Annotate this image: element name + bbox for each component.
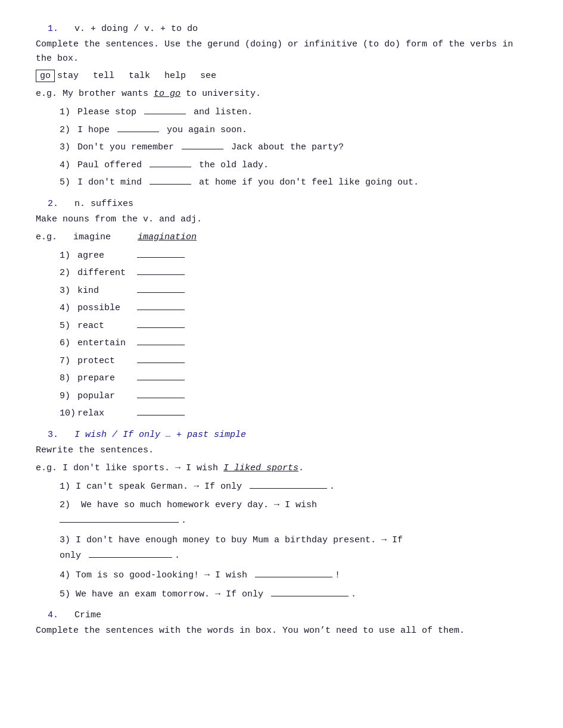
s2-item-2: 2) different [60,265,527,281]
blank-2-2[interactable] [137,274,185,275]
s2-item-1: 1) agree [60,248,527,264]
section-2-items: 1) agree 2) different 3) kind 4) possibl… [60,248,527,421]
s3-item-2: 2) We have so much homework every day. →… [60,498,527,528]
s2-item-8: 8) prepare [60,371,527,386]
section-1-example: e.g. My brother wants to go to universit… [36,87,527,101]
section-1-instruction: Complete the sentences. Use the gerund (… [36,38,527,66]
blank-3-1[interactable] [250,488,327,489]
s1-item-1: 1) Please stop and listen. [60,105,527,120]
verb-stay: stay [57,71,79,81]
section-4: 4. Crime Complete the sentences with the… [36,610,527,638]
section-1-title: v. + doing / v. + to do [74,24,198,34]
example-answer-2: imagination [138,232,197,242]
blank-2-1[interactable] [137,257,185,258]
blank-3-2a[interactable] [60,522,179,523]
blank-1-3[interactable] [182,149,223,149]
section-3-header: 3. I wish / If only … + past simple [48,430,527,440]
blank-3-3[interactable] [89,557,172,558]
s1-item-4: 4) Paul offered the old lady. [60,158,527,173]
s1-item-3: 3) Don't you remember Jack about the par… [60,140,527,155]
section-4-title: Crime [74,610,101,620]
blank-2-7[interactable] [137,363,185,363]
example-prefix-2: e.g. [36,232,57,242]
section-3-instruction: Rewrite the sentences. [36,443,527,458]
section-2-header: 2. n. suffixes [48,199,527,209]
example-prefix: e.g. [36,89,57,99]
blank-2-3[interactable] [137,292,185,293]
verb-box: go stay tell talk help see [36,70,527,82]
verb-tell: tell [93,71,114,81]
blank-2-6[interactable] [137,345,185,345]
verb-help: help [164,71,186,81]
blank-3-5[interactable] [271,596,349,596]
section-2-number: 2. [48,199,58,209]
section-2: 2. n. suffixes Make nouns from the v. an… [36,199,527,421]
s2-item-5: 5) react [60,318,527,334]
s2-item-6: 6) entertain [60,336,527,351]
example-answer-3: I liked sports [223,463,298,473]
s2-item-4: 4) possible [60,301,527,316]
section-2-instruction: Make nouns from the v. and adj. [36,213,527,227]
s2-item-10: 10) relax [60,406,527,421]
verb-list: stay tell talk help see [57,71,216,81]
blank-1-5[interactable] [150,184,191,185]
blank-2-4[interactable] [137,310,185,310]
s2-item-7: 7) protect [60,354,527,369]
section-1-items: 1) Please stop and listen. 2) I hope you… [60,105,527,190]
verb-go: go [36,70,55,82]
s3-item-5: 5) We have an exam tomorrow. → If only . [60,587,527,602]
section-3-title: I wish / If only … + past simple [74,430,246,440]
blank-1-1[interactable] [144,114,186,114]
s2-item-3: 3) kind [60,283,527,299]
section-2-example: e.g. imagine imagination [36,230,527,245]
blank-2-5[interactable] [137,327,185,328]
s3-item-1: 1) I can't speak German. → If only . [60,479,527,495]
section-4-instruction: Complete the sentences with the words in… [36,624,527,638]
section-3-example: e.g. I don't like sports. → I wish I lik… [36,461,527,476]
blank-1-4[interactable] [150,167,191,167]
section-4-number: 4. [48,610,58,620]
example-word-2: imagine [73,232,111,242]
section-1-header: 1. v. + doing / v. + to do [48,24,527,34]
section-1-number: 1. [48,24,58,34]
section-3-number: 3. [48,430,58,440]
s3-item-4: 4) Tom is so good-looking! → I wish ! [60,568,527,583]
blank-1-2[interactable] [117,132,159,132]
s3-item-3: 3) I don't have enough money to buy Mum … [60,533,527,563]
section-4-header: 4. Crime [48,610,527,620]
section-1: 1. v. + doing / v. + to do Complete the … [36,24,527,190]
s1-item-2: 2) I hope you again soon. [60,123,527,138]
blank-3-4[interactable] [255,577,332,577]
section-2-title: n. suffixes [74,199,133,209]
blank-2-9[interactable] [137,398,185,398]
section-3: 3. I wish / If only … + past simple Rewr… [36,430,527,602]
s1-item-5: 5) I don't mind at home if you don't fee… [60,175,527,190]
s2-item-9: 9) popular [60,389,527,404]
section-3-items: 1) I can't speak German. → If only . 2) … [60,479,527,602]
verb-talk: talk [129,71,150,81]
blank-2-8[interactable] [137,380,185,380]
blank-2-10[interactable] [137,415,185,415]
verb-see: see [200,71,216,81]
example-answer: to go [154,89,181,99]
